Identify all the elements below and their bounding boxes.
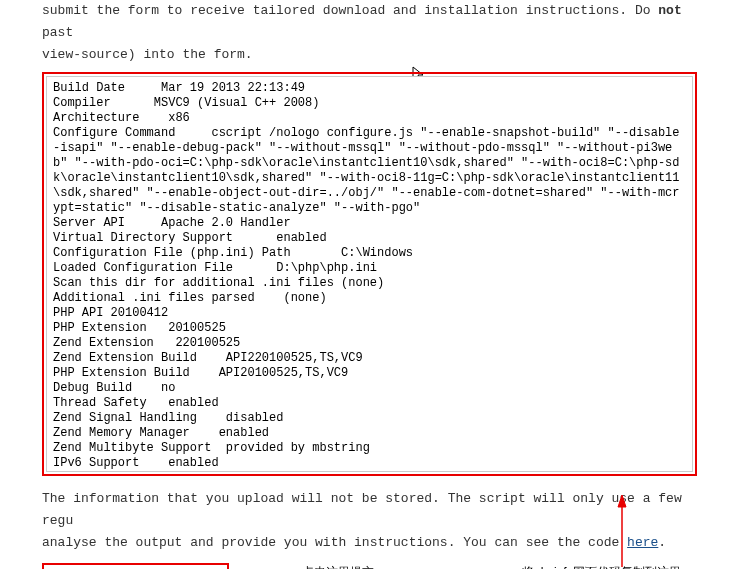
intro-line1-post: past [42,25,73,40]
intro-line2: view-source) into the form. [42,47,253,62]
analyse-button-highlight: Analyse my phpinfo() output [42,563,229,569]
info-text: The information that you upload will not… [42,488,697,554]
intro-text: submit the form to receive tailored down… [42,0,697,66]
phpinfo-textarea-highlight: Build Date Mar 19 2013 22:13:49 Compiler… [42,72,697,476]
info-line2-pre: analyse the output and provide you with … [42,535,627,550]
phpinfo-textarea[interactable]: Build Date Mar 19 2013 22:13:49 Compiler… [46,76,693,472]
annotation-left: 点击这里提交 [302,564,374,569]
svg-marker-3 [618,495,626,507]
annotation-right: 将phpinfo网页代码复制到这里 [522,564,681,569]
intro-bold: not [658,3,681,18]
info-line1: The information that you upload will not… [42,491,682,528]
arrow-right-icon [602,495,702,569]
intro-line1-pre: submit the form to receive tailored down… [42,3,658,18]
